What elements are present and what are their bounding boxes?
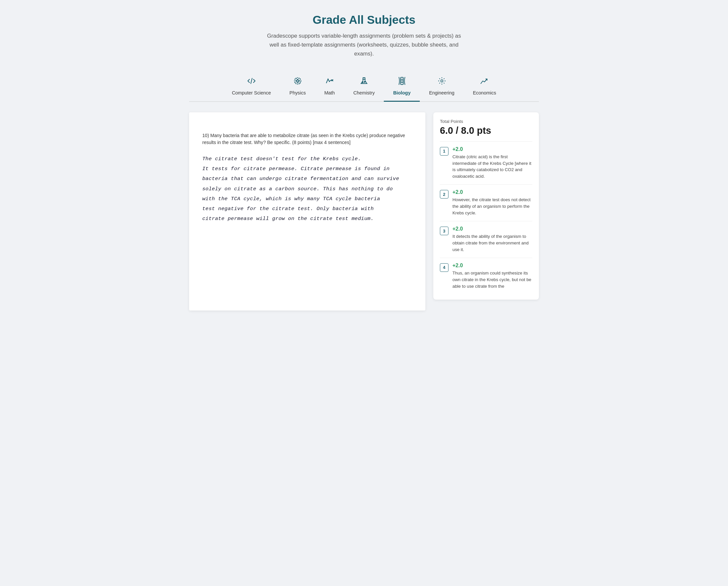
tab-computer-science[interactable]: Computer Science bbox=[223, 72, 280, 101]
hw-line-7: citrate permease will grow on the citrat… bbox=[202, 214, 412, 224]
rubric-description-2: However, the citrate test does not detec… bbox=[452, 197, 532, 216]
hw-line-1: The citrate test doesn't test for the Kr… bbox=[202, 154, 412, 164]
exam-paper: 10) Many bacteria that are able to metab… bbox=[189, 112, 425, 311]
tab-engineering-label: Engineering bbox=[429, 90, 454, 95]
rubric-item-4: 4 +2.0 Thus, an organism could synthesiz… bbox=[440, 258, 532, 294]
page-subtitle: Gradescope supports variable-length assi… bbox=[262, 32, 466, 58]
tabs-navigation: Computer Science Physics bbox=[189, 72, 539, 102]
tab-physics-label: Physics bbox=[289, 90, 306, 95]
rubric-content-2: +2.0 However, the citrate test does not … bbox=[452, 189, 532, 216]
rubric-item-2: 2 +2.0 However, the citrate test does no… bbox=[440, 184, 532, 221]
chemistry-icon bbox=[359, 76, 369, 88]
rubric-score-4: +2.0 bbox=[452, 263, 532, 269]
header-section: Grade All Subjects Gradescope supports v… bbox=[189, 13, 539, 58]
tab-physics[interactable]: Physics bbox=[280, 72, 315, 101]
tab-biology-label: Biology bbox=[393, 90, 411, 95]
rubric-item-3: 3 +2.0 It detects the ability of the org… bbox=[440, 221, 532, 258]
biology-icon bbox=[397, 76, 407, 88]
rubric-description-4: Thus, an organism could synthesize its o… bbox=[452, 270, 532, 290]
rubric-number-3[interactable]: 3 bbox=[440, 227, 448, 235]
svg-line-0 bbox=[251, 78, 252, 83]
tab-biology[interactable]: Biology bbox=[384, 72, 420, 101]
tab-engineering[interactable]: Engineering bbox=[420, 72, 464, 101]
computer-science-icon bbox=[247, 76, 256, 88]
svg-point-1 bbox=[297, 80, 298, 82]
hw-line-5: with the TCA cycle, which is why many TC… bbox=[202, 194, 412, 204]
hw-line-2: It tests for citrate permease. Citrate p… bbox=[202, 164, 412, 174]
page-title: Grade All Subjects bbox=[189, 13, 539, 26]
total-points-card: Total Points 6.0 / 8.0 pts 1 +2.0 Citrat… bbox=[433, 112, 539, 300]
math-icon bbox=[325, 76, 334, 88]
rubric-score-3: +2.0 bbox=[452, 226, 532, 232]
rubric-content-1: +2.0 Citrate (citric acid) is the first … bbox=[452, 146, 532, 180]
rubric-number-4[interactable]: 4 bbox=[440, 263, 448, 272]
hw-line-3: bacteria that can undergo citrate fermen… bbox=[202, 174, 412, 184]
question-text: 10) Many bacteria that are able to metab… bbox=[202, 132, 412, 146]
tab-math-label: Math bbox=[324, 90, 335, 95]
tab-economics[interactable]: Economics bbox=[464, 72, 505, 101]
hw-line-4: solely on citrate as a carbon source. Th… bbox=[202, 184, 412, 194]
total-points-label: Total Points bbox=[440, 119, 532, 124]
rubric-content-3: +2.0 It detects the ability of the organ… bbox=[452, 226, 532, 253]
tab-chemistry[interactable]: Chemistry bbox=[344, 72, 384, 101]
total-points-value: 6.0 / 8.0 pts bbox=[440, 125, 532, 136]
tab-computer-science-label: Computer Science bbox=[232, 90, 271, 95]
svg-point-9 bbox=[362, 81, 363, 82]
rubric-description-3: It detects the ability of the organism t… bbox=[452, 233, 532, 253]
content-section: 10) Many bacteria that are able to metab… bbox=[189, 112, 539, 311]
svg-point-10 bbox=[364, 81, 365, 82]
rubric-number-2[interactable]: 2 bbox=[440, 190, 448, 198]
tab-economics-label: Economics bbox=[473, 90, 496, 95]
rubric-score-2: +2.0 bbox=[452, 189, 532, 195]
tab-math[interactable]: Math bbox=[315, 72, 344, 101]
rubric-number-1[interactable]: 1 bbox=[440, 147, 448, 155]
svg-point-15 bbox=[441, 80, 443, 82]
rubric-description-1: Citrate (citric acid) is the first inter… bbox=[452, 154, 532, 180]
handwritten-answer: The citrate test doesn't test for the Kr… bbox=[202, 154, 412, 224]
grading-panel: Total Points 6.0 / 8.0 pts 1 +2.0 Citrat… bbox=[433, 112, 539, 311]
tab-chemistry-label: Chemistry bbox=[354, 90, 375, 95]
engineering-icon bbox=[437, 76, 446, 88]
physics-icon bbox=[293, 76, 302, 88]
rubric-item-1: 1 +2.0 Citrate (citric acid) is the firs… bbox=[440, 141, 532, 185]
economics-icon bbox=[480, 76, 489, 88]
hw-line-6: test negative for the citrate test. Only… bbox=[202, 204, 412, 214]
rubric-score-1: +2.0 bbox=[452, 146, 532, 152]
rubric-content-4: +2.0 Thus, an organism could synthesize … bbox=[452, 263, 532, 290]
